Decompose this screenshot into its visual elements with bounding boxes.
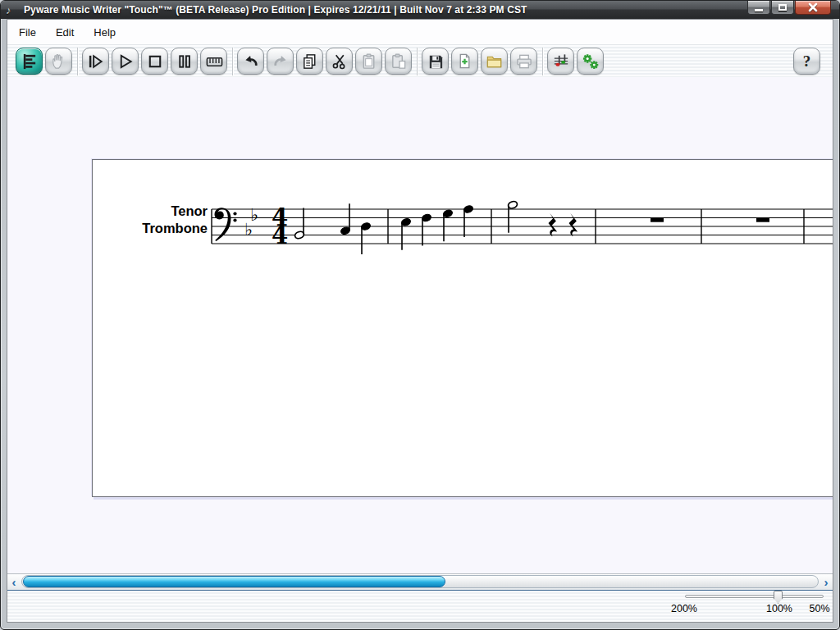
music-staff: ♭♭44 <box>93 160 833 498</box>
workspace: Tenor Trombone ♭♭44 <box>7 77 833 573</box>
minimize-icon <box>755 9 763 11</box>
svg-text:4: 4 <box>272 221 288 249</box>
open-icon <box>486 52 504 71</box>
scroll-right-arrow[interactable]: › <box>819 575 833 589</box>
tool-play-from-start-button[interactable] <box>82 48 109 75</box>
scrollbar-thumb[interactable] <box>23 576 445 587</box>
score-page[interactable]: Tenor Trombone ♭♭44 <box>92 159 833 497</box>
zoom-slider-thumb[interactable] <box>774 591 783 604</box>
paste-special-icon <box>390 52 408 71</box>
zoom-slider-track[interactable] <box>685 595 824 598</box>
tool-virtual-keyboard-button[interactable] <box>200 48 227 75</box>
horizontal-scrollbar[interactable]: ‹ › <box>7 573 833 591</box>
hand-icon <box>50 52 68 71</box>
scrollbar-track[interactable] <box>21 575 819 588</box>
svg-text:♭: ♭ <box>244 220 253 240</box>
tool-paste-special-button[interactable] <box>385 48 412 75</box>
menu-bar: FileEditHelp <box>7 20 833 44</box>
tool-settings-button[interactable] <box>577 48 604 75</box>
window-controls <box>746 1 831 15</box>
undo-icon <box>242 52 260 71</box>
gears-icon <box>582 52 600 71</box>
menu-help[interactable]: Help <box>94 26 116 39</box>
tool-redo-button[interactable] <box>267 48 294 75</box>
cut-icon <box>331 52 349 71</box>
zoom-label-200: 200% <box>666 603 702 614</box>
keyboard-icon <box>205 52 223 71</box>
score-icon <box>21 52 39 71</box>
tool-print-button[interactable] <box>510 48 537 75</box>
zoom-label-50: 50% <box>805 603 833 614</box>
tool-paste-button[interactable] <box>355 48 382 75</box>
status-bar: 200% 100% 50% <box>7 591 833 622</box>
toolbar-separator <box>232 48 233 75</box>
redo-icon <box>272 52 290 71</box>
app-icon: ♪ <box>6 4 18 16</box>
scroll-left-arrow[interactable]: ‹ <box>7 575 21 589</box>
save-icon <box>427 52 445 71</box>
minimize-button[interactable] <box>747 1 770 15</box>
play-icon <box>116 52 135 71</box>
tool-undo-button[interactable] <box>237 48 264 75</box>
toolbar-separator <box>417 48 418 75</box>
help-button[interactable]: ? <box>793 48 820 75</box>
maximize-button[interactable] <box>771 1 794 15</box>
tool-save-button[interactable] <box>422 48 449 75</box>
notes-icon <box>552 52 570 71</box>
stop-icon <box>146 52 164 71</box>
zoom-label-100: 100% <box>761 603 797 614</box>
tool-score-tool-button[interactable] <box>16 48 43 75</box>
client-area: FileEditHelp ? Tenor Trombone ♭♭44 ‹ <box>7 19 833 623</box>
tool-cut-button[interactable] <box>326 48 353 75</box>
menu-file[interactable]: File <box>19 26 36 39</box>
tool-note-options-button[interactable] <box>547 48 574 75</box>
tool-copy-button[interactable] <box>296 48 323 75</box>
paste-icon <box>360 52 378 71</box>
tool-pause-button[interactable] <box>171 48 198 75</box>
print-icon <box>515 52 533 71</box>
toolbar-separator <box>542 48 543 75</box>
help-icon: ? <box>803 52 811 71</box>
app-window: ♪ Pyware Music Writer "Touch"™ (BETA Rel… <box>0 0 840 630</box>
window-title: Pyware Music Writer "Touch"™ (BETA Relea… <box>24 4 527 16</box>
title-bar: ♪ Pyware Music Writer "Touch"™ (BETA Rel… <box>1 1 839 19</box>
close-button[interactable] <box>795 1 831 15</box>
toolbar-separator <box>77 48 78 75</box>
close-icon <box>808 2 818 12</box>
tool-pan-tool-button[interactable] <box>45 48 72 75</box>
pause-icon <box>176 52 194 71</box>
tool-open-button[interactable] <box>481 48 508 75</box>
tool-play-button[interactable] <box>112 48 139 75</box>
toolbar: ? <box>7 44 833 77</box>
new-icon <box>456 52 474 71</box>
copy-icon <box>301 52 319 71</box>
tool-new-button[interactable] <box>451 48 478 75</box>
maximize-icon <box>778 4 787 11</box>
menu-edit[interactable]: Edit <box>56 26 74 39</box>
skip-play-icon <box>87 52 105 71</box>
tool-stop-button[interactable] <box>141 48 168 75</box>
